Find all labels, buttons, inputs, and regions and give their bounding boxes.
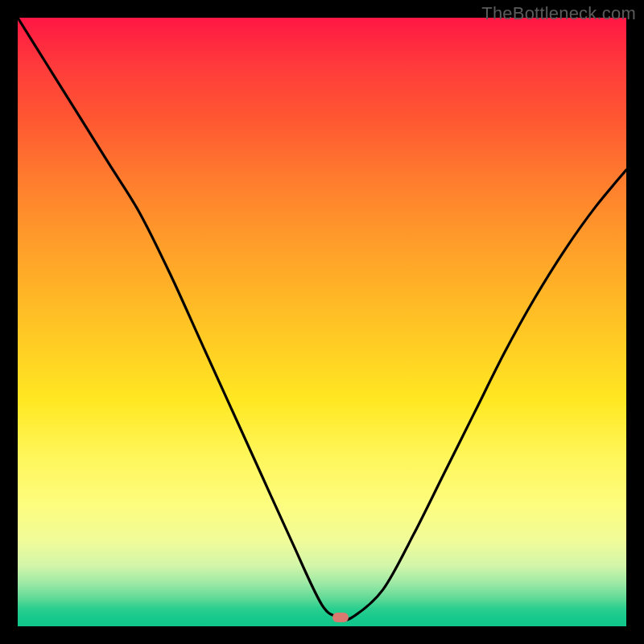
chart-stage: TheBottleneck.com [0,0,644,644]
watermark-text: TheBottleneck.com [481,3,636,24]
bottleneck-curve-line [18,18,626,620]
optimum-marker [332,613,349,622]
chart-svg [18,18,626,626]
